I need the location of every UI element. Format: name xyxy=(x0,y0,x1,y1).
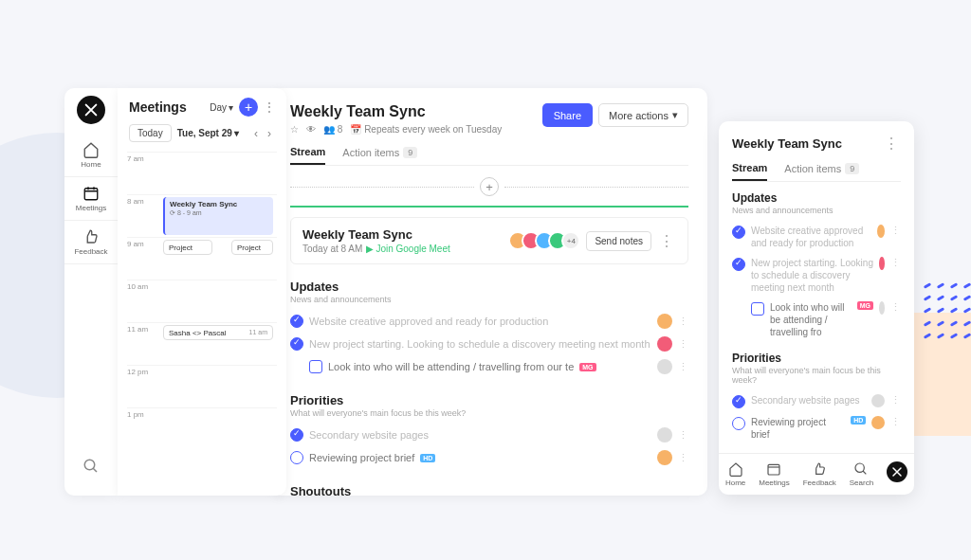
section-priorities-sub: What will everyone's main focus be this … xyxy=(290,408,688,418)
check-icon[interactable] xyxy=(732,417,745,430)
mobile-more-icon[interactable]: ⋮ xyxy=(882,135,901,153)
mobile-tab-action[interactable]: Action items 9 xyxy=(784,162,859,181)
add-item-button[interactable]: + xyxy=(480,177,499,196)
svg-rect-0 xyxy=(84,189,98,200)
nav-home[interactable]: Home xyxy=(64,134,118,177)
assignee-avatar[interactable] xyxy=(879,257,885,270)
calendar-more-icon[interactable]: ⋮ xyxy=(264,100,275,114)
tab-stream[interactable]: Stream xyxy=(290,146,325,165)
item-more-icon[interactable]: ⋮ xyxy=(890,225,901,237)
check-done-icon[interactable] xyxy=(732,395,745,408)
today-button[interactable]: Today xyxy=(129,124,172,142)
event-checkin[interactable]: Project Check-in9 am xyxy=(163,240,212,255)
item-text[interactable]: Secondary website pages xyxy=(751,394,860,406)
check-done-icon[interactable] xyxy=(732,226,745,239)
nav-feedback-label: Feedback xyxy=(74,247,107,256)
mobile-panel: Weekly Team Sync ⋮ Stream Action items 9… xyxy=(719,121,914,495)
mnav-logo[interactable] xyxy=(887,461,907,482)
hour-label: 10 am xyxy=(127,280,154,291)
item-text[interactable]: Reviewing project brief xyxy=(309,452,414,463)
section-updates-sub: News and announcements xyxy=(290,295,688,304)
item-more-icon[interactable]: ⋮ xyxy=(890,257,901,269)
check-icon[interactable] xyxy=(290,451,303,464)
hour-label: 8 am xyxy=(127,195,154,206)
item-text[interactable]: Website creative approved and ready for … xyxy=(309,316,548,327)
svg-point-3 xyxy=(855,463,864,472)
check-done-icon[interactable] xyxy=(290,315,303,328)
item-text[interactable]: Secondary website pages xyxy=(309,429,429,441)
app-logo[interactable] xyxy=(77,96,105,124)
hour-label: 7 am xyxy=(127,153,154,163)
send-notes-button[interactable]: Send notes xyxy=(586,231,651,251)
item-text[interactable]: Look into who will be attending / travel… xyxy=(328,361,574,372)
tag-mg: MG xyxy=(857,301,873,310)
mobile-tab-stream[interactable]: Stream xyxy=(732,162,767,181)
bg-dots xyxy=(924,284,971,341)
join-meet-button[interactable]: ▶ Join Google Meet xyxy=(366,244,449,254)
prev-day-button[interactable]: ‹ xyxy=(250,127,262,140)
check-done-icon[interactable] xyxy=(732,258,745,271)
assignee-avatar[interactable] xyxy=(877,225,885,238)
view-selector[interactable]: Day ▾ xyxy=(210,102,233,113)
assignee-avatar[interactable] xyxy=(871,394,885,407)
item-more-icon[interactable]: ⋮ xyxy=(890,394,901,406)
item-more-icon[interactable]: ⋮ xyxy=(678,452,688,464)
item-text[interactable]: New project starting. Looking to schedul… xyxy=(751,257,873,294)
event-kickoff[interactable]: Project X Kick... xyxy=(231,240,273,255)
hour-label: 11 am xyxy=(127,323,154,334)
thumbs-up-icon xyxy=(812,461,827,477)
avatar-more: +4 xyxy=(561,231,580,250)
hour-label: 12 pm xyxy=(127,366,154,376)
event-sasha[interactable]: Sasha <> Pascal11 am xyxy=(163,325,273,340)
assignee-avatar[interactable] xyxy=(657,450,672,465)
checkbox-icon[interactable] xyxy=(751,302,764,316)
check-done-icon[interactable] xyxy=(290,337,303,351)
tag-hd: HD xyxy=(851,416,866,425)
event-weekly-sync[interactable]: Weekly Team Sync ⟳ 8 - 9 am xyxy=(163,197,273,235)
nav-feedback[interactable]: Feedback xyxy=(64,221,118,264)
card-title: Weekly Team Sync xyxy=(302,227,450,242)
card-more-icon[interactable]: ⋮ xyxy=(657,232,676,250)
next-day-button[interactable]: › xyxy=(264,127,275,140)
page-title: Weekly Team Sync xyxy=(290,103,502,120)
item-text[interactable]: Website creative approved and ready for … xyxy=(751,225,871,249)
nav-search[interactable] xyxy=(82,448,100,488)
item-text[interactable]: New project starting. Looking to schedul… xyxy=(309,338,650,350)
item-text[interactable]: Look into who will be attending / travel… xyxy=(770,301,852,338)
home-icon xyxy=(82,141,100,158)
item-more-icon[interactable]: ⋮ xyxy=(678,316,688,328)
more-actions-button[interactable]: More actions ▾ xyxy=(598,103,688,127)
m-updates-sub: News and announcements xyxy=(732,206,901,215)
mobile-title: Weekly Team Sync xyxy=(732,136,842,151)
item-text[interactable]: Reviewing project brief xyxy=(751,416,845,441)
assignee-avatar[interactable] xyxy=(879,301,885,315)
svg-rect-2 xyxy=(768,464,779,475)
item-more-icon[interactable]: ⋮ xyxy=(890,301,901,314)
item-more-icon[interactable]: ⋮ xyxy=(678,361,688,373)
search-icon xyxy=(853,461,869,477)
assignee-avatar[interactable] xyxy=(657,336,672,352)
mnav-home[interactable]: Home xyxy=(725,461,745,487)
item-more-icon[interactable]: ⋮ xyxy=(678,429,688,442)
add-meeting-button[interactable]: + xyxy=(239,98,258,117)
item-more-icon[interactable]: ⋮ xyxy=(678,338,688,351)
assignee-avatar[interactable] xyxy=(657,427,672,443)
item-more-icon[interactable]: ⋮ xyxy=(890,416,901,428)
share-button[interactable]: Share xyxy=(542,103,593,127)
eye-icon[interactable]: 👁 xyxy=(306,124,316,135)
star-icon[interactable]: ☆ xyxy=(290,124,299,135)
assignee-avatar[interactable] xyxy=(657,359,672,374)
date-selector[interactable]: Tue, Sept 29 ▾ xyxy=(177,128,239,138)
mnav-search[interactable]: Search xyxy=(850,461,873,487)
mnav-feedback[interactable]: Feedback xyxy=(803,461,836,487)
checkbox-icon[interactable] xyxy=(309,360,322,373)
assignee-avatar[interactable] xyxy=(657,314,672,329)
check-done-icon[interactable] xyxy=(290,428,303,442)
calendar-title: Meetings xyxy=(129,99,187,115)
assignee-avatar[interactable] xyxy=(871,416,885,429)
hour-label: 9 am xyxy=(127,238,154,248)
tab-action-items[interactable]: Action items 9 xyxy=(342,146,417,165)
nav-meetings[interactable]: Meetings xyxy=(64,177,118,221)
mnav-meetings[interactable]: Meetings xyxy=(759,461,789,487)
attendee-avatars[interactable]: +4 xyxy=(514,231,580,250)
